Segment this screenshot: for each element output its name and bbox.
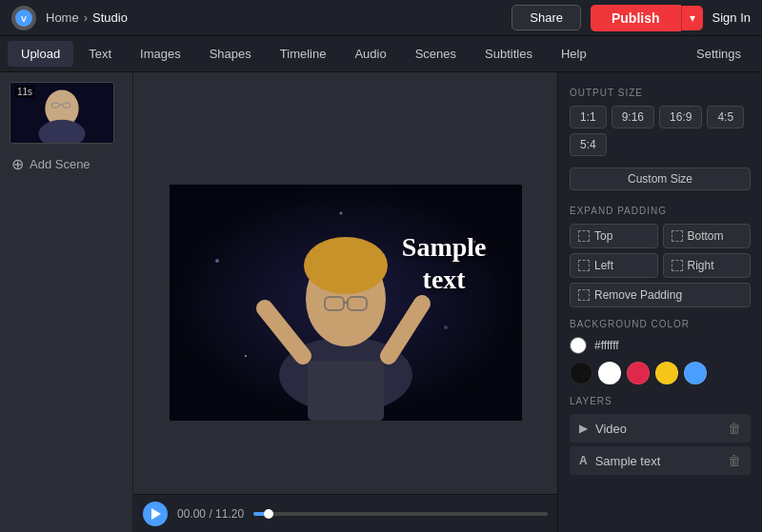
color-swatches [570,362,751,384]
time-separator: / [209,507,211,521]
svg-point-17 [304,237,388,294]
timeline-bar[interactable] [253,512,548,516]
padding-top-icon [578,230,590,242]
padding-left-button[interactable]: Left [570,253,658,278]
breadcrumb: Home › Studio [46,10,128,25]
share-button[interactable]: Share [511,5,581,30]
svg-point-13 [245,355,247,357]
add-scene-button[interactable]: ⊕ Add Scene [10,151,123,177]
layer-sample-text[interactable]: A Sample text 🗑 [570,446,751,475]
text-layer-label: Sample text [595,454,720,468]
padding-bottom-button[interactable]: Bottom [663,224,752,248]
navbar: Upload Text Images Shapes Timeline Audio… [0,36,762,72]
swatch-black[interactable] [570,362,592,384]
nav-item-text[interactable]: Text [75,41,125,67]
video-canvas[interactable]: Sample text [170,185,522,421]
breadcrumb-separator: › [84,10,88,25]
svg-text:V: V [21,14,27,24]
studio-label: Studio [92,10,128,25]
nav-item-images[interactable]: Images [127,41,194,67]
size-buttons-group: 1:1 9:16 16:9 4:5 5:4 [570,106,751,156]
padding-left-icon [578,260,590,271]
play-button[interactable] [143,502,168,526]
publish-button[interactable]: Publish [591,5,681,31]
scene-duration: 11s [14,86,35,98]
swatch-blue[interactable] [684,362,707,384]
expand-padding-title: EXPAND PADDING [570,206,751,216]
swatch-yellow[interactable] [655,362,678,384]
bg-color-value: #ffffff [594,339,619,352]
padding-buttons-group: Top Bottom Left Right [570,224,751,278]
nav-item-scenes[interactable]: Scenes [402,41,470,67]
publish-group: Publish ▾ [591,5,703,31]
layer-video[interactable]: ▶ Video 🗑 [570,414,751,443]
svg-point-12 [444,325,448,329]
canvas-sample-text: Sample text [402,231,487,295]
svg-point-10 [215,259,219,263]
size-btn-16-9[interactable]: 16:9 [659,106,702,128]
current-time: 00.00 [177,507,206,521]
padding-top-button[interactable]: Top [570,224,658,248]
padding-bottom-icon [672,230,683,242]
output-size-title: OUTPUT SIZE [570,88,751,98]
total-time: 11.20 [215,507,244,521]
video-layer-label: Video [595,422,720,436]
text-layer-icon: A [579,454,588,467]
size-btn-4-5[interactable]: 4:5 [707,106,744,128]
nav-item-shapes[interactable]: Shapes [196,41,265,67]
canvas-area: Sample text 00.00 / 11.20 [133,72,557,532]
publish-dropdown-button[interactable]: ▾ [681,6,703,30]
svg-rect-23 [308,361,384,421]
scene-thumbnail[interactable]: 11s [10,82,114,144]
remove-padding-icon [578,289,590,301]
add-scene-label: Add Scene [30,157,90,171]
size-btn-5-4[interactable]: 5:4 [570,133,607,156]
play-icon [151,508,161,520]
video-layer-delete[interactable]: 🗑 [728,421,741,436]
size-btn-9-16[interactable]: 9:16 [612,106,654,128]
custom-size-button[interactable]: Custom Size [570,167,751,190]
background-color-title: BACKGROUND COLOR [570,319,751,329]
bg-color-picker[interactable] [570,337,587,354]
video-layer-icon: ▶ [579,422,588,435]
size-btn-1-1[interactable]: 1:1 [570,106,607,128]
main-area: 11s ⊕ Add Scene [0,72,762,532]
swatch-white[interactable] [598,362,621,384]
remove-padding-button[interactable]: Remove Padding [570,283,751,307]
video-background: Sample text [170,185,522,421]
nav-item-settings[interactable]: Settings [683,41,754,67]
nav-item-timeline[interactable]: Timeline [267,41,340,67]
left-panel: 11s ⊕ Add Scene [0,72,133,532]
text-layer-delete[interactable]: 🗑 [728,453,741,468]
home-link[interactable]: Home [46,10,79,25]
app-logo: V [11,6,36,30]
layers-title: LAYERS [570,396,751,406]
timeline-handle[interactable] [264,509,273,519]
timeline: 00.00 / 11.20 [133,494,557,532]
nav-item-audio[interactable]: Audio [341,41,399,67]
svg-point-14 [339,211,342,214]
nav-item-subtitles[interactable]: Subtitles [471,41,546,67]
time-display: 00.00 / 11.20 [177,507,244,521]
add-scene-icon: ⊕ [11,155,24,173]
bg-color-row: #ffffff [570,337,751,354]
right-panel: OUTPUT SIZE 1:1 9:16 16:9 4:5 5:4 Custom… [557,72,762,532]
padding-right-icon [672,260,683,271]
swatch-red[interactable] [627,362,650,384]
nav-item-upload[interactable]: Upload [8,41,73,67]
padding-right-button[interactable]: Right [663,253,752,278]
header: V Home › Studio Share Publish ▾ Sign In [0,0,762,36]
signin-button[interactable]: Sign In [712,10,751,25]
nav-item-help[interactable]: Help [548,41,600,67]
